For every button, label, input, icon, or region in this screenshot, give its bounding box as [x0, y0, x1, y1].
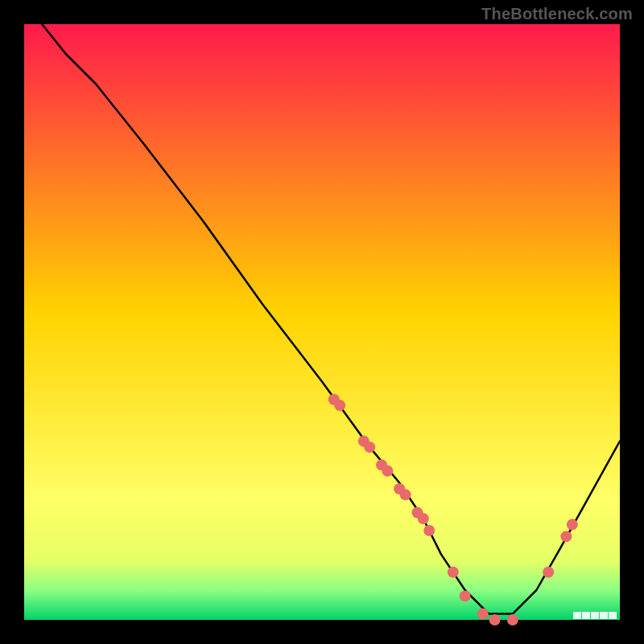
- marker-dot: [448, 567, 459, 578]
- bottom-block: [582, 612, 590, 619]
- plot-background: [24, 24, 620, 620]
- chart-canvas: [0, 0, 644, 644]
- bottom-block: [609, 612, 617, 619]
- marker-dot: [560, 530, 572, 542]
- bottom-block: [600, 612, 608, 619]
- marker-dot: [477, 609, 489, 620]
- marker-dot: [543, 567, 554, 578]
- bottom-blocks: [573, 612, 617, 619]
- bottom-block: [591, 612, 599, 619]
- marker-dot: [382, 465, 393, 477]
- marker-dot: [423, 525, 435, 536]
- marker-dot: [460, 590, 471, 601]
- watermark-text: TheBottleneck.com: [481, 5, 633, 23]
- chart-stage: TheBottleneck.com: [0, 0, 644, 644]
- marker-dot: [418, 513, 429, 524]
- marker-dot: [400, 489, 411, 501]
- marker-dot: [334, 400, 345, 411]
- marker-dot: [364, 441, 375, 452]
- marker-dot: [489, 614, 501, 625]
- marker-dot: [507, 614, 518, 625]
- marker-dot: [567, 519, 578, 530]
- bottom-block: [573, 612, 581, 619]
